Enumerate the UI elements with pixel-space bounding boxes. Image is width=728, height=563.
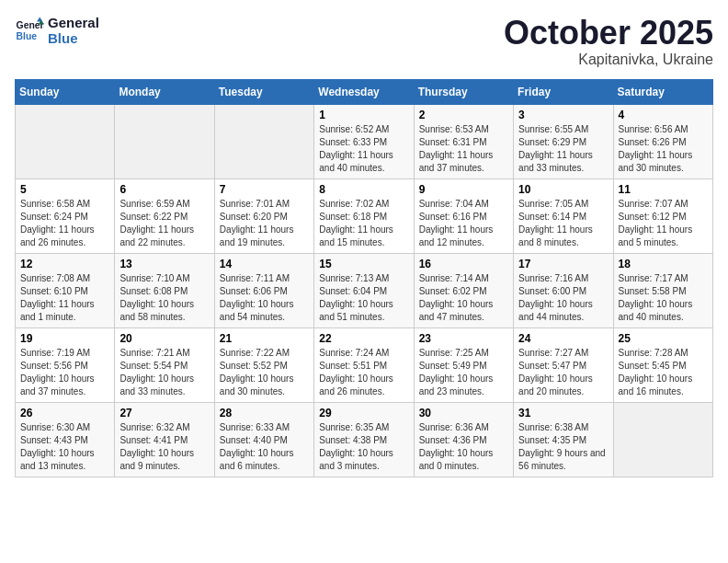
calendar-week-row: 5Sunrise: 6:58 AM Sunset: 6:24 PM Daylig…	[16, 178, 713, 253]
calendar-week-row: 1Sunrise: 6:52 AM Sunset: 6:33 PM Daylig…	[16, 104, 713, 178]
day-number: 23	[419, 332, 508, 345]
logo-icon: General Blue	[15, 16, 44, 45]
day-number: 16	[419, 258, 508, 270]
logo: General Blue General Blue	[15, 15, 99, 46]
day-number: 14	[220, 258, 309, 270]
calendar-cell: 14Sunrise: 7:11 AM Sunset: 6:06 PM Dayli…	[214, 253, 313, 327]
calendar-cell	[613, 402, 712, 477]
day-info: Sunrise: 6:35 AM Sunset: 4:38 PM Dayligh…	[319, 421, 408, 473]
day-info: Sunrise: 7:05 AM Sunset: 6:14 PM Dayligh…	[518, 198, 608, 249]
logo-blue: Blue	[48, 30, 99, 46]
day-info: Sunrise: 6:53 AM Sunset: 6:31 PM Dayligh…	[419, 123, 508, 175]
day-number: 19	[20, 332, 109, 345]
day-info: Sunrise: 7:13 AM Sunset: 6:04 PM Dayligh…	[319, 272, 408, 324]
day-info: Sunrise: 7:25 AM Sunset: 5:49 PM Dayligh…	[419, 347, 508, 398]
day-info: Sunrise: 6:36 AM Sunset: 4:36 PM Dayligh…	[419, 421, 508, 473]
day-info: Sunrise: 7:04 AM Sunset: 6:16 PM Dayligh…	[419, 198, 508, 249]
calendar-cell: 22Sunrise: 7:24 AM Sunset: 5:51 PM Dayli…	[314, 327, 414, 402]
calendar-cell: 9Sunrise: 7:04 AM Sunset: 6:16 PM Daylig…	[414, 178, 513, 253]
day-number: 17	[518, 258, 608, 270]
day-number: 7	[220, 183, 309, 196]
location-subtitle: Kapitanivka, Ukraine	[504, 52, 713, 68]
day-info: Sunrise: 7:27 AM Sunset: 5:47 PM Dayligh…	[518, 347, 608, 398]
day-number: 5	[20, 183, 109, 196]
calendar-cell: 26Sunrise: 6:30 AM Sunset: 4:43 PM Dayli…	[16, 402, 115, 477]
calendar-cell: 25Sunrise: 7:28 AM Sunset: 5:45 PM Dayli…	[613, 327, 712, 402]
calendar-cell: 12Sunrise: 7:08 AM Sunset: 6:10 PM Dayli…	[16, 253, 115, 327]
day-number: 27	[119, 407, 209, 419]
day-of-week-header: Monday	[115, 79, 214, 104]
day-number: 25	[619, 332, 708, 345]
calendar-cell: 29Sunrise: 6:35 AM Sunset: 4:38 PM Dayli…	[314, 402, 414, 477]
logo-general: General	[48, 15, 99, 30]
day-number: 13	[119, 258, 209, 270]
day-info: Sunrise: 6:38 AM Sunset: 4:35 PM Dayligh…	[518, 421, 608, 473]
day-number: 21	[220, 332, 309, 345]
day-number: 8	[319, 183, 408, 196]
day-number: 4	[619, 109, 708, 121]
calendar-cell: 13Sunrise: 7:10 AM Sunset: 6:08 PM Dayli…	[115, 253, 214, 327]
calendar-week-row: 12Sunrise: 7:08 AM Sunset: 6:10 PM Dayli…	[16, 253, 713, 327]
calendar-cell	[115, 104, 214, 178]
day-number: 26	[20, 407, 109, 419]
calendar-cell: 2Sunrise: 6:53 AM Sunset: 6:31 PM Daylig…	[414, 104, 513, 178]
calendar-cell: 3Sunrise: 6:55 AM Sunset: 6:29 PM Daylig…	[514, 104, 613, 178]
day-number: 15	[319, 258, 408, 270]
calendar-cell: 8Sunrise: 7:02 AM Sunset: 6:18 PM Daylig…	[314, 178, 414, 253]
day-info: Sunrise: 7:21 AM Sunset: 5:54 PM Dayligh…	[119, 347, 209, 398]
day-info: Sunrise: 7:10 AM Sunset: 6:08 PM Dayligh…	[119, 272, 209, 324]
day-info: Sunrise: 6:59 AM Sunset: 6:22 PM Dayligh…	[119, 198, 209, 249]
page-header: General Blue General Blue October 2025 K…	[15, 15, 713, 68]
day-of-week-header: Tuesday	[214, 79, 313, 104]
day-info: Sunrise: 7:07 AM Sunset: 6:12 PM Dayligh…	[619, 198, 708, 249]
day-info: Sunrise: 7:16 AM Sunset: 6:00 PM Dayligh…	[518, 272, 608, 324]
day-of-week-header: Thursday	[414, 79, 513, 104]
day-info: Sunrise: 7:22 AM Sunset: 5:52 PM Dayligh…	[220, 347, 309, 398]
day-number: 30	[419, 407, 508, 419]
title-block: October 2025 Kapitanivka, Ukraine	[504, 15, 713, 68]
day-number: 2	[419, 109, 508, 121]
calendar-week-row: 19Sunrise: 7:19 AM Sunset: 5:56 PM Dayli…	[16, 327, 713, 402]
calendar-cell: 16Sunrise: 7:14 AM Sunset: 6:02 PM Dayli…	[414, 253, 513, 327]
day-number: 3	[518, 109, 608, 121]
svg-text:Blue: Blue	[17, 31, 38, 41]
calendar-cell: 20Sunrise: 7:21 AM Sunset: 5:54 PM Dayli…	[115, 327, 214, 402]
calendar-cell: 6Sunrise: 6:59 AM Sunset: 6:22 PM Daylig…	[115, 178, 214, 253]
day-info: Sunrise: 7:08 AM Sunset: 6:10 PM Dayligh…	[20, 272, 109, 324]
calendar-cell: 24Sunrise: 7:27 AM Sunset: 5:47 PM Dayli…	[514, 327, 613, 402]
calendar-cell: 4Sunrise: 6:56 AM Sunset: 6:26 PM Daylig…	[613, 104, 712, 178]
day-info: Sunrise: 6:30 AM Sunset: 4:43 PM Dayligh…	[20, 421, 109, 473]
calendar-cell: 18Sunrise: 7:17 AM Sunset: 5:58 PM Dayli…	[613, 253, 712, 327]
day-of-week-header: Wednesday	[314, 79, 414, 104]
calendar-cell: 28Sunrise: 6:33 AM Sunset: 4:40 PM Dayli…	[214, 402, 313, 477]
day-number: 22	[319, 332, 408, 345]
day-of-week-header: Saturday	[613, 79, 712, 104]
day-number: 9	[419, 183, 508, 196]
day-number: 10	[518, 183, 608, 196]
day-number: 11	[619, 183, 708, 196]
calendar-cell: 27Sunrise: 6:32 AM Sunset: 4:41 PM Dayli…	[115, 402, 214, 477]
day-of-week-header: Sunday	[16, 79, 115, 104]
day-info: Sunrise: 6:33 AM Sunset: 4:40 PM Dayligh…	[220, 421, 309, 473]
calendar-cell: 15Sunrise: 7:13 AM Sunset: 6:04 PM Dayli…	[314, 253, 414, 327]
day-info: Sunrise: 6:58 AM Sunset: 6:24 PM Dayligh…	[20, 198, 109, 249]
calendar-table: SundayMondayTuesdayWednesdayThursdayFrid…	[15, 79, 713, 477]
day-number: 12	[20, 258, 109, 270]
day-info: Sunrise: 7:24 AM Sunset: 5:51 PM Dayligh…	[319, 347, 408, 398]
svg-marker-2	[37, 17, 42, 22]
day-number: 24	[518, 332, 608, 345]
day-info: Sunrise: 6:55 AM Sunset: 6:29 PM Dayligh…	[518, 123, 608, 175]
calendar-cell	[214, 104, 313, 178]
day-info: Sunrise: 7:02 AM Sunset: 6:18 PM Dayligh…	[319, 198, 408, 249]
calendar-cell: 21Sunrise: 7:22 AM Sunset: 5:52 PM Dayli…	[214, 327, 313, 402]
day-info: Sunrise: 6:32 AM Sunset: 4:41 PM Dayligh…	[119, 421, 209, 473]
day-info: Sunrise: 7:01 AM Sunset: 6:20 PM Dayligh…	[220, 198, 309, 249]
calendar-cell: 1Sunrise: 6:52 AM Sunset: 6:33 PM Daylig…	[314, 104, 414, 178]
calendar-cell: 23Sunrise: 7:25 AM Sunset: 5:49 PM Dayli…	[414, 327, 513, 402]
day-info: Sunrise: 7:28 AM Sunset: 5:45 PM Dayligh…	[619, 347, 708, 398]
calendar-cell: 5Sunrise: 6:58 AM Sunset: 6:24 PM Daylig…	[16, 178, 115, 253]
calendar-cell: 10Sunrise: 7:05 AM Sunset: 6:14 PM Dayli…	[514, 178, 613, 253]
calendar-cell: 30Sunrise: 6:36 AM Sunset: 4:36 PM Dayli…	[414, 402, 513, 477]
day-of-week-header: Friday	[514, 79, 613, 104]
calendar-cell: 7Sunrise: 7:01 AM Sunset: 6:20 PM Daylig…	[214, 178, 313, 253]
